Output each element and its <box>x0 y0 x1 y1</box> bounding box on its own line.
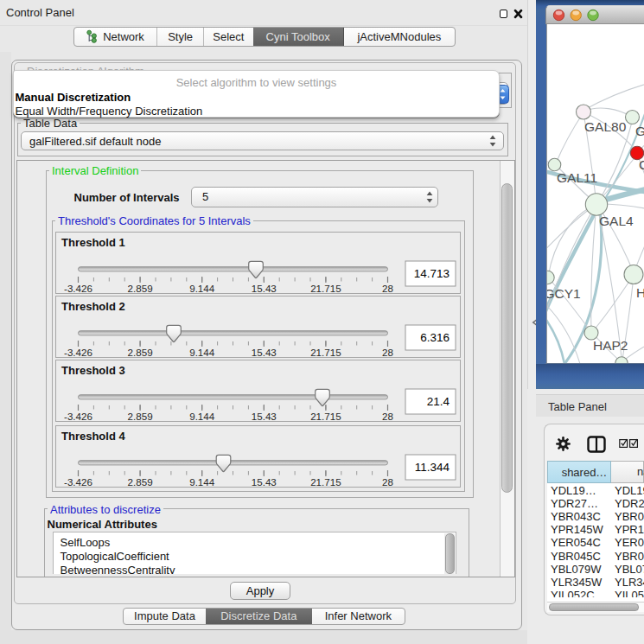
svg-text:Threshold 3: Threshold 3 <box>61 364 125 377</box>
svg-text:15.43: 15.43 <box>251 475 276 487</box>
svg-text:9.144: 9.144 <box>189 475 215 487</box>
svg-text:GAL80: GAL80 <box>584 119 627 134</box>
svg-text:2.859: 2.859 <box>127 410 152 421</box>
svg-text:Threshold 2: Threshold 2 <box>61 300 125 313</box>
svg-text:15.43: 15.43 <box>251 346 276 357</box>
svg-text:H: H <box>636 285 644 300</box>
svg-text:6.316: 6.316 <box>420 331 450 344</box>
svg-text:21.4: 21.4 <box>426 395 450 408</box>
svg-text:9.144: 9.144 <box>189 410 215 421</box>
svg-text:C: C <box>639 157 644 172</box>
svg-text:GA: GA <box>635 124 644 138</box>
svg-text:28: 28 <box>382 282 393 293</box>
svg-text:9.144: 9.144 <box>189 346 215 357</box>
svg-text:GAL4: GAL4 <box>599 214 634 228</box>
svg-text:15.43: 15.43 <box>251 282 276 293</box>
svg-text:Threshold 1: Threshold 1 <box>61 236 125 249</box>
svg-text:-3.426: -3.426 <box>64 475 92 487</box>
svg-text:11.344: 11.344 <box>414 461 450 474</box>
svg-text:-3.426: -3.426 <box>64 346 92 357</box>
svg-text:HAP2: HAP2 <box>593 338 628 353</box>
svg-text:GCY1: GCY1 <box>547 286 581 301</box>
svg-text:2.859: 2.859 <box>127 475 152 487</box>
svg-text:2.859: 2.859 <box>127 346 152 357</box>
svg-text:14.713: 14.713 <box>413 267 449 280</box>
svg-text:-3.426: -3.426 <box>64 282 92 293</box>
svg-text:Threshold 4: Threshold 4 <box>61 430 125 443</box>
svg-text:21.715: 21.715 <box>310 346 341 357</box>
svg-text:15.43: 15.43 <box>251 410 276 421</box>
svg-text:28: 28 <box>382 410 393 421</box>
svg-text:-3.426: -3.426 <box>64 410 92 421</box>
svg-text:21.715: 21.715 <box>310 475 341 487</box>
svg-text:21.715: 21.715 <box>310 282 341 293</box>
svg-text:9.144: 9.144 <box>189 282 215 293</box>
svg-text:28: 28 <box>382 475 393 487</box>
svg-text:21.715: 21.715 <box>310 410 341 421</box>
svg-text:GAL11: GAL11 <box>557 170 597 185</box>
svg-text:2.859: 2.859 <box>127 282 152 293</box>
svg-text:28: 28 <box>382 346 393 357</box>
